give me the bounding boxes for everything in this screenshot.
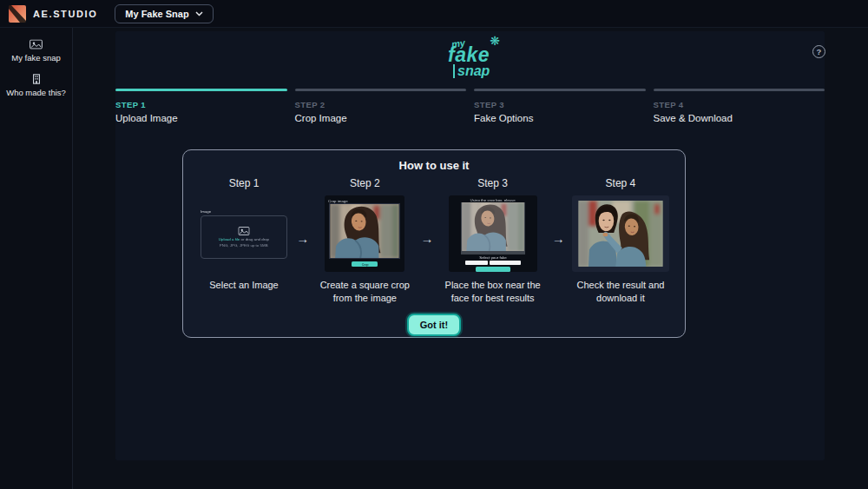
crop-screen-illustration: Crop image Crop: [325, 195, 404, 272]
got-it-button[interactable]: Got it!: [407, 314, 461, 336]
howto-step-2: Step 2 Crop image Crop Create a square c…: [312, 177, 417, 305]
how-to-use-modal: How to use it Step 1 Image Upload a file…: [182, 149, 686, 338]
step-eyebrow: STEP 3: [474, 100, 646, 109]
upload-form-illustration: Image Upload a file or drag and drop PNG…: [201, 208, 287, 259]
howto-step-caption: Place the box near the face for best res…: [437, 279, 549, 305]
mini-fake-inputs: [451, 261, 535, 265]
sidebar-item-label: My fake snap: [11, 53, 61, 63]
stepper-step-2: STEP 2 Crop Image: [295, 89, 467, 123]
topbar: AE.STUDIO My Fake Snap: [0, 0, 868, 28]
mini-fake-label: Select your fake: [470, 255, 516, 258]
step-progress-bar: [295, 89, 467, 91]
howto-step-caption: Select an Image: [201, 279, 287, 292]
step-eyebrow: STEP 2: [295, 100, 467, 109]
arrow-right-icon: →: [549, 231, 567, 246]
photo-wash-overlay: [461, 202, 525, 254]
photo-icon: [30, 39, 43, 50]
howto-step-3: Step 3 Using the crop box, please indica…: [437, 177, 549, 305]
building-icon: [31, 74, 42, 84]
mini-fake-instruction: Using the crop box, please indicate wher…: [470, 198, 516, 201]
wizard-stepper: STEP 1 Upload Image STEP 2 Crop Image ST…: [115, 89, 825, 123]
sidebar-item-who-made-this[interactable]: Who made this?: [0, 74, 72, 97]
howto-step-title: Step 3: [477, 177, 508, 189]
step-progress-bar: [654, 89, 825, 91]
stepper-step-4: STEP 4 Save & Download: [654, 89, 825, 123]
howto-step-caption: Create a square crop from the image: [313, 279, 416, 305]
chevron-down-icon: [195, 11, 203, 17]
arrow-right-icon: →: [294, 231, 312, 246]
modal-title: How to use it: [183, 159, 685, 172]
logo-word-snap: snap: [453, 64, 490, 78]
brand-name: AE.STUDIO: [33, 9, 97, 19]
howto-step-title: Step 1: [229, 177, 260, 189]
mini-upload-field-label: Image: [201, 209, 248, 212]
mini-crop-button: Crop: [352, 261, 378, 267]
mini-upload-link-text: Upload a file or drag and drop: [219, 237, 269, 240]
step-label: Crop Image: [295, 113, 467, 123]
step-label: Upload Image: [115, 113, 287, 123]
howto-step-title: Step 4: [606, 177, 636, 189]
step-progress-bar: [474, 89, 646, 91]
howto-step-4: Step 4 Check the result and download it: [569, 177, 673, 305]
sidebar: My fake snap Who made this?: [0, 28, 73, 489]
image-placeholder-icon: [238, 227, 250, 235]
stepper-step-3: STEP 3 Fake Options: [474, 89, 646, 123]
mini-crop-header: Crop image: [328, 199, 368, 202]
howto-step-2-thumb: Crop image Crop: [325, 193, 404, 274]
mini-generate-button: [476, 267, 510, 272]
mini-input: [465, 261, 488, 265]
howto-step-title: Step 2: [350, 177, 380, 189]
help-icon[interactable]: ?: [812, 45, 825, 58]
howto-step-3-thumb: Using the crop box, please indicate wher…: [449, 193, 537, 274]
howto-steps-row: Step 1 Image Upload a file or drag and d…: [183, 172, 685, 305]
sidebar-item-label: Who made this?: [6, 88, 66, 97]
howto-step-1-thumb: Image Upload a file or drag and drop PNG…: [201, 193, 287, 274]
workspace-label: My Fake Snap: [125, 9, 188, 19]
step-label: Fake Options: [474, 113, 646, 123]
app-logo: my ❋ fake snap: [444, 38, 500, 85]
fake-options-screen-illustration: Using the crop box, please indicate wher…: [449, 195, 537, 272]
ae-studio-logo-icon: [9, 5, 26, 23]
howto-step-1: Step 1 Image Upload a file or drag and d…: [195, 177, 293, 292]
brand[interactable]: AE.STUDIO: [9, 5, 97, 23]
stepper-step-1: STEP 1 Upload Image: [115, 89, 287, 123]
result-illustration: [572, 195, 669, 272]
step-label: Save & Download: [654, 113, 825, 123]
sidebar-item-my-fake-snap[interactable]: My fake snap: [0, 39, 72, 63]
howto-step-4-thumb: [572, 193, 669, 274]
howto-step-caption: Check the result and download it: [569, 279, 673, 305]
step-eyebrow: STEP 1: [115, 100, 287, 109]
mini-upload-dropzone: Upload a file or drag and drop PNG, JPG,…: [201, 215, 287, 259]
logo-flower-icon: ❋: [490, 35, 500, 47]
workspace-selector[interactable]: My Fake Snap: [115, 4, 213, 23]
arrow-right-icon: →: [418, 231, 436, 246]
woman-photo-thumbnail: [329, 203, 400, 259]
step-progress-bar: [115, 89, 287, 91]
logo-word-fake: fake: [448, 45, 490, 65]
app-window: AE.STUDIO My Fake Snap My fake snap: [0, 0, 868, 489]
step-eyebrow: STEP 4: [654, 100, 825, 109]
couple-photo-thumbnail: [578, 201, 663, 267]
dimmed-photo: [461, 202, 525, 254]
mini-upload-hint-text: PNG, JPG, JPEG up to 5MB: [220, 243, 268, 246]
mini-input: [490, 261, 521, 265]
